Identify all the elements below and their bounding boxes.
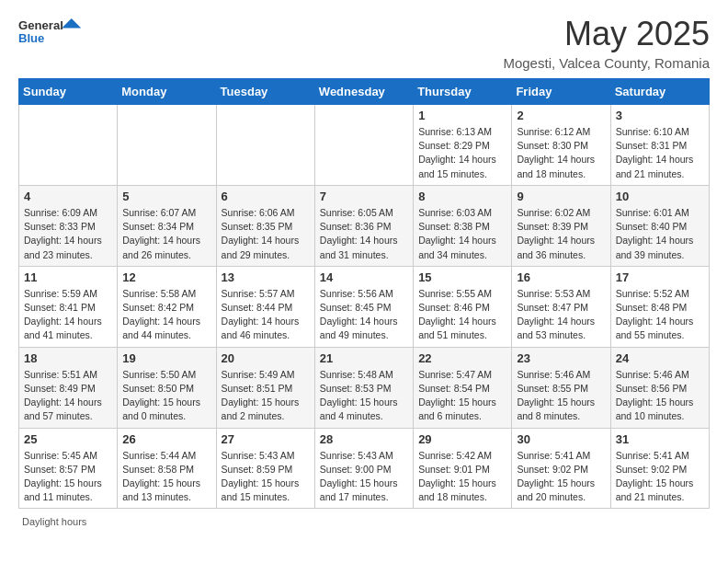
day-number: 26	[122, 432, 210, 446]
calendar-cell: 8Sunrise: 6:03 AM Sunset: 8:38 PM Daylig…	[414, 185, 512, 266]
calendar-cell: 19Sunrise: 5:50 AM Sunset: 8:50 PM Dayli…	[118, 347, 216, 428]
day-info: Sunrise: 5:46 AM Sunset: 8:56 PM Dayligh…	[616, 368, 704, 424]
svg-text:General: General	[18, 18, 63, 32]
day-info: Sunrise: 5:50 AM Sunset: 8:50 PM Dayligh…	[122, 368, 210, 424]
day-number: 7	[320, 190, 408, 203]
day-number: 24	[616, 351, 704, 365]
day-number: 22	[418, 351, 506, 365]
week-row-2: 4Sunrise: 6:09 AM Sunset: 8:33 PM Daylig…	[19, 185, 710, 266]
calendar-cell: 12Sunrise: 5:58 AM Sunset: 8:42 PM Dayli…	[118, 266, 216, 347]
calendar-cell	[19, 105, 118, 186]
day-info: Sunrise: 6:09 AM Sunset: 8:33 PM Dayligh…	[24, 206, 112, 262]
day-info: Sunrise: 5:52 AM Sunset: 8:48 PM Dayligh…	[616, 287, 704, 343]
calendar-cell	[216, 105, 314, 186]
calendar-cell: 28Sunrise: 5:43 AM Sunset: 9:00 PM Dayli…	[314, 428, 413, 509]
day-info: Sunrise: 5:45 AM Sunset: 8:57 PM Dayligh…	[24, 449, 112, 505]
day-info: Sunrise: 5:41 AM Sunset: 9:02 PM Dayligh…	[616, 449, 704, 505]
calendar-cell: 20Sunrise: 5:49 AM Sunset: 8:51 PM Dayli…	[216, 347, 314, 428]
day-info: Sunrise: 6:05 AM Sunset: 8:36 PM Dayligh…	[320, 206, 408, 262]
day-number: 8	[418, 190, 506, 203]
day-info: Sunrise: 5:49 AM Sunset: 8:51 PM Dayligh…	[222, 368, 310, 424]
week-row-1: 1Sunrise: 6:13 AM Sunset: 8:29 PM Daylig…	[19, 105, 710, 186]
calendar-cell: 16Sunrise: 5:53 AM Sunset: 8:47 PM Dayli…	[512, 266, 610, 347]
calendar-cell: 4Sunrise: 6:09 AM Sunset: 8:33 PM Daylig…	[19, 185, 118, 266]
day-number: 13	[222, 270, 310, 284]
day-number: 5	[122, 190, 210, 203]
day-info: Sunrise: 5:51 AM Sunset: 8:49 PM Dayligh…	[24, 368, 112, 424]
calendar-cell: 27Sunrise: 5:43 AM Sunset: 8:59 PM Dayli…	[216, 428, 314, 509]
calendar-cell: 25Sunrise: 5:45 AM Sunset: 8:57 PM Dayli…	[19, 428, 118, 509]
logo: General Blue	[18, 15, 83, 48]
logo-svg: General Blue	[18, 15, 83, 48]
calendar-cell: 21Sunrise: 5:48 AM Sunset: 8:53 PM Dayli…	[314, 347, 413, 428]
calendar-cell: 9Sunrise: 6:02 AM Sunset: 8:39 PM Daylig…	[512, 185, 610, 266]
title-block: May 2025 Mogesti, Valcea County, Romania	[503, 15, 710, 71]
calendar-cell: 26Sunrise: 5:44 AM Sunset: 8:58 PM Dayli…	[118, 428, 216, 509]
calendar-cell: 1Sunrise: 6:13 AM Sunset: 8:29 PM Daylig…	[414, 105, 512, 186]
day-info: Sunrise: 5:43 AM Sunset: 9:00 PM Dayligh…	[320, 449, 408, 505]
day-number: 18	[24, 351, 112, 365]
day-header-sunday: Sunday	[19, 79, 118, 105]
day-info: Sunrise: 6:07 AM Sunset: 8:34 PM Dayligh…	[122, 206, 210, 262]
header: General Blue May 2025 Mogesti, Valcea Co…	[18, 15, 710, 71]
day-number: 27	[222, 432, 310, 446]
day-number: 11	[24, 270, 112, 284]
page: General Blue May 2025 Mogesti, Valcea Co…	[0, 0, 728, 546]
day-number: 19	[122, 351, 210, 365]
calendar-cell: 31Sunrise: 5:41 AM Sunset: 9:02 PM Dayli…	[610, 428, 709, 509]
day-info: Sunrise: 6:02 AM Sunset: 8:39 PM Dayligh…	[517, 206, 605, 262]
day-number: 6	[222, 190, 310, 203]
day-number: 15	[418, 270, 506, 284]
calendar-cell: 5Sunrise: 6:07 AM Sunset: 8:34 PM Daylig…	[118, 185, 216, 266]
day-info: Sunrise: 6:03 AM Sunset: 8:38 PM Dayligh…	[418, 206, 506, 262]
footer: Daylight hours	[18, 516, 710, 527]
day-info: Sunrise: 5:53 AM Sunset: 8:47 PM Dayligh…	[517, 287, 605, 343]
day-number: 28	[320, 432, 408, 446]
day-info: Sunrise: 5:41 AM Sunset: 9:02 PM Dayligh…	[517, 449, 605, 505]
calendar-cell: 11Sunrise: 5:59 AM Sunset: 8:41 PM Dayli…	[19, 266, 118, 347]
calendar-cell: 30Sunrise: 5:41 AM Sunset: 9:02 PM Dayli…	[512, 428, 610, 509]
day-info: Sunrise: 5:46 AM Sunset: 8:55 PM Dayligh…	[517, 368, 605, 424]
day-header-thursday: Thursday	[414, 79, 512, 105]
day-number: 12	[122, 270, 210, 284]
day-number: 25	[24, 432, 112, 446]
day-info: Sunrise: 5:57 AM Sunset: 8:44 PM Dayligh…	[222, 287, 310, 343]
day-info: Sunrise: 5:59 AM Sunset: 8:41 PM Dayligh…	[24, 287, 112, 343]
calendar: SundayMondayTuesdayWednesdayThursdayFrid…	[18, 78, 710, 509]
location: Mogesti, Valcea County, Romania	[503, 55, 710, 71]
calendar-cell: 3Sunrise: 6:10 AM Sunset: 8:31 PM Daylig…	[610, 105, 709, 186]
calendar-cell: 14Sunrise: 5:56 AM Sunset: 8:45 PM Dayli…	[314, 266, 413, 347]
month-title: May 2025	[503, 15, 710, 53]
day-number: 20	[222, 351, 310, 365]
day-header-tuesday: Tuesday	[216, 79, 314, 105]
day-number: 10	[616, 190, 704, 203]
day-number: 16	[517, 270, 605, 284]
day-number: 17	[616, 270, 704, 284]
day-number: 1	[418, 109, 506, 122]
svg-text:Blue: Blue	[18, 31, 44, 45]
days-header-row: SundayMondayTuesdayWednesdayThursdayFrid…	[19, 79, 710, 105]
svg-marker-2	[62, 18, 81, 29]
day-info: Sunrise: 5:43 AM Sunset: 8:59 PM Dayligh…	[222, 449, 310, 505]
day-info: Sunrise: 5:47 AM Sunset: 8:54 PM Dayligh…	[418, 368, 506, 424]
day-info: Sunrise: 6:06 AM Sunset: 8:35 PM Dayligh…	[222, 206, 310, 262]
day-header-monday: Monday	[118, 79, 216, 105]
day-number: 31	[616, 432, 704, 446]
day-info: Sunrise: 6:13 AM Sunset: 8:29 PM Dayligh…	[418, 125, 506, 181]
day-number: 4	[24, 190, 112, 203]
day-header-friday: Friday	[512, 79, 610, 105]
calendar-cell: 6Sunrise: 6:06 AM Sunset: 8:35 PM Daylig…	[216, 185, 314, 266]
day-header-saturday: Saturday	[610, 79, 709, 105]
day-info: Sunrise: 5:56 AM Sunset: 8:45 PM Dayligh…	[320, 287, 408, 343]
day-info: Sunrise: 5:48 AM Sunset: 8:53 PM Dayligh…	[320, 368, 408, 424]
calendar-cell: 22Sunrise: 5:47 AM Sunset: 8:54 PM Dayli…	[414, 347, 512, 428]
day-number: 23	[517, 351, 605, 365]
day-number: 3	[616, 109, 704, 122]
calendar-cell: 29Sunrise: 5:42 AM Sunset: 9:01 PM Dayli…	[414, 428, 512, 509]
day-info: Sunrise: 5:58 AM Sunset: 8:42 PM Dayligh…	[122, 287, 210, 343]
calendar-cell: 17Sunrise: 5:52 AM Sunset: 8:48 PM Dayli…	[610, 266, 709, 347]
day-number: 2	[517, 109, 605, 122]
calendar-cell: 13Sunrise: 5:57 AM Sunset: 8:44 PM Dayli…	[216, 266, 314, 347]
day-number: 21	[320, 351, 408, 365]
calendar-cell: 2Sunrise: 6:12 AM Sunset: 8:30 PM Daylig…	[512, 105, 610, 186]
